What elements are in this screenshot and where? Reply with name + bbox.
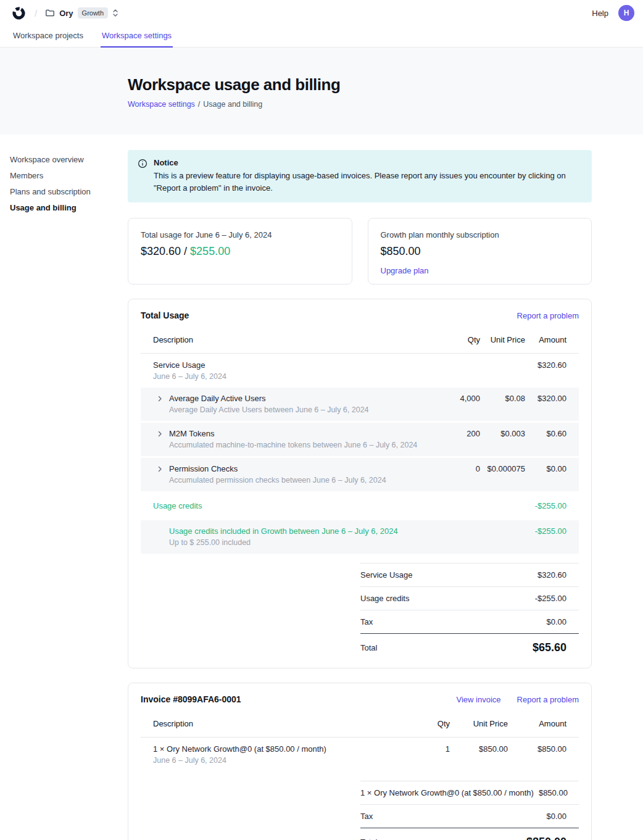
col-qty: Qty bbox=[431, 335, 480, 345]
summary-value: $0.00 bbox=[546, 812, 566, 821]
total-usage-panel: Total Usage Report a problem Description… bbox=[128, 299, 592, 668]
usage-credits-amount: $255.00 bbox=[190, 245, 230, 257]
summary-value: $850.00 bbox=[539, 788, 568, 797]
chevron-updown-icon bbox=[112, 9, 118, 17]
qty-cell: 200 bbox=[431, 429, 480, 439]
amount-cell: $0.00 bbox=[525, 464, 579, 474]
page-title: Workspace usage and billing bbox=[128, 75, 643, 94]
topbar-left: / Ory Growth bbox=[12, 7, 118, 20]
summary-row-service-usage: Service Usage $320.60 bbox=[360, 563, 579, 587]
summary-total-row: Total $850.00 bbox=[360, 828, 579, 840]
breadcrumb-link-workspace-settings[interactable]: Workspace settings bbox=[128, 100, 195, 109]
tab-workspace-projects[interactable]: Workspace projects bbox=[12, 26, 85, 48]
unit-price-cell: $850.00 bbox=[450, 744, 508, 754]
notice-title: Notice bbox=[154, 158, 581, 167]
invoice-table: Description Qty Unit Price Amount 1 × Or… bbox=[141, 713, 579, 771]
expand-chevron-icon[interactable] bbox=[157, 396, 163, 402]
expand-chevron-icon[interactable] bbox=[157, 431, 163, 437]
plan-label: Growth plan monthly subscription bbox=[381, 230, 579, 239]
col-amount: Amount bbox=[525, 335, 579, 345]
settings-sidebar: Workspace overview Members Plans and sub… bbox=[0, 135, 128, 219]
summary-label: Tax bbox=[360, 812, 373, 821]
summary-row-tax: Tax $0.00 bbox=[360, 805, 579, 828]
usage-row-permission-checks: Permission Checks Accumulated permission… bbox=[141, 458, 579, 491]
col-amount: Amount bbox=[508, 719, 579, 729]
summary-row-line-item: 1 × Ory Network Growth@0 (at $850.00 / m… bbox=[360, 781, 579, 805]
sidebar-item-workspace-overview[interactable]: Workspace overview bbox=[10, 155, 120, 165]
usage-totals: Service Usage $320.60 Usage credits -$25… bbox=[360, 563, 579, 655]
summary-value: $320.60 bbox=[537, 570, 566, 580]
invoice-panel-header: Invoice #8099AFA6-0001 View invoice Repo… bbox=[141, 694, 579, 704]
avatar[interactable]: H bbox=[618, 5, 634, 21]
breadcrumb-current: Usage and billing bbox=[203, 100, 262, 109]
sidebar-item-usage-and-billing[interactable]: Usage and billing bbox=[10, 203, 120, 213]
sidebar-item-members[interactable]: Members bbox=[10, 171, 120, 181]
summary-cards: Total usage for June 6 – July 6, 2024 $3… bbox=[128, 218, 592, 285]
usage-report-problem-link[interactable]: Report a problem bbox=[517, 311, 579, 320]
view-invoice-link[interactable]: View invoice bbox=[457, 695, 501, 704]
summary-label: 1 × Ory Network Growth@0 (at $850.00 / m… bbox=[360, 788, 534, 797]
row-title: Service Usage bbox=[153, 360, 431, 370]
qty-cell: 0 bbox=[431, 464, 480, 474]
summary-label: Usage credits bbox=[360, 594, 409, 603]
total-usage-label: Total usage for June 6 – July 6, 2024 bbox=[141, 230, 339, 239]
workspace-name: Ory bbox=[59, 9, 73, 18]
content-layout: Workspace overview Members Plans and sub… bbox=[0, 135, 643, 840]
usage-amount-separator: / bbox=[181, 245, 190, 257]
qty-cell: 4,000 bbox=[431, 394, 480, 404]
main-content: Notice This is a preview feature for dis… bbox=[128, 135, 592, 840]
summary-label: Service Usage bbox=[360, 570, 413, 580]
summary-row-usage-credits: Usage credits -$255.00 bbox=[360, 587, 579, 610]
invoice-row-growth-plan: 1 × Ory Network Growth@0 (at $850.00 / m… bbox=[141, 738, 579, 771]
help-link[interactable]: Help bbox=[592, 9, 608, 18]
row-title: Permission Checks bbox=[169, 464, 431, 474]
unit-price-cell: $0.08 bbox=[480, 394, 525, 404]
row-subtitle: Up to $ 255.00 included bbox=[169, 538, 431, 547]
row-title: Usage credits included in Growth between… bbox=[169, 526, 431, 536]
amount-cell: $320.60 bbox=[525, 360, 579, 370]
folder-icon bbox=[45, 8, 55, 18]
invoice-totals: 1 × Ory Network Growth@0 (at $850.00 / m… bbox=[360, 781, 579, 840]
invoice-table-header: Description Qty Unit Price Amount bbox=[141, 713, 579, 738]
total-label: Total bbox=[360, 838, 377, 840]
amount-cell: $320.00 bbox=[525, 394, 579, 404]
col-description: Description bbox=[141, 719, 400, 728]
topbar-separator: / bbox=[35, 8, 37, 19]
summary-value: $0.00 bbox=[546, 617, 566, 626]
total-value: $65.60 bbox=[533, 641, 566, 654]
ory-logo-icon[interactable] bbox=[12, 7, 25, 20]
row-title: Average Daily Active Users bbox=[169, 394, 431, 404]
invoice-report-problem-link[interactable]: Report a problem bbox=[517, 695, 579, 704]
expand-chevron-icon[interactable] bbox=[157, 466, 163, 472]
summary-label: Tax bbox=[360, 617, 373, 626]
invoice-links: View invoice Report a problem bbox=[457, 695, 579, 704]
col-unit-price: Unit Price bbox=[480, 335, 525, 345]
summary-row-tax: Tax $0.00 bbox=[360, 610, 579, 634]
workspace-switcher[interactable]: Ory Growth bbox=[45, 7, 118, 19]
plan-badge: Growth bbox=[78, 7, 108, 19]
invoice-title: Invoice #8099AFA6-0001 bbox=[141, 694, 241, 704]
summary-total-row: Total $65.60 bbox=[360, 634, 579, 655]
tab-workspace-settings[interactable]: Workspace settings bbox=[101, 26, 173, 48]
page-header: Workspace usage and billing Workspace se… bbox=[0, 48, 643, 135]
notice-content: Notice This is a preview feature for dis… bbox=[154, 158, 581, 194]
notice-banner: Notice This is a preview feature for dis… bbox=[128, 150, 592, 202]
summary-value: -$255.00 bbox=[535, 594, 566, 603]
plan-subscription-card: Growth plan monthly subscription $850.00… bbox=[368, 218, 592, 285]
row-subtitle: Average Daily Active Users between June … bbox=[169, 405, 431, 415]
total-usage-card: Total usage for June 6 – July 6, 2024 $3… bbox=[128, 218, 352, 285]
usage-row-credits-included: Usage credits included in Growth between… bbox=[141, 520, 579, 554]
total-label: Total bbox=[360, 643, 377, 652]
breadcrumb-separator: / bbox=[198, 100, 200, 109]
row-title: M2M Tokens bbox=[169, 429, 431, 439]
amount-cell: -$255.00 bbox=[525, 501, 579, 511]
upgrade-plan-link[interactable]: Upgrade plan bbox=[381, 266, 429, 275]
invoice-panel: Invoice #8099AFA6-0001 View invoice Repo… bbox=[128, 683, 592, 840]
usage-panel-header: Total Usage Report a problem bbox=[141, 310, 579, 320]
row-subtitle: Accumulated permission checks between Ju… bbox=[169, 476, 431, 485]
workspace-tabs: Workspace projects Workspace settings bbox=[0, 26, 643, 48]
unit-price-cell: $0.003 bbox=[480, 429, 525, 439]
usage-row-m2m-tokens: M2M Tokens Accumulated machine-to-machin… bbox=[141, 423, 579, 456]
col-unit-price: Unit Price bbox=[450, 719, 508, 729]
sidebar-item-plans-and-subscription[interactable]: Plans and subscription bbox=[10, 187, 120, 197]
